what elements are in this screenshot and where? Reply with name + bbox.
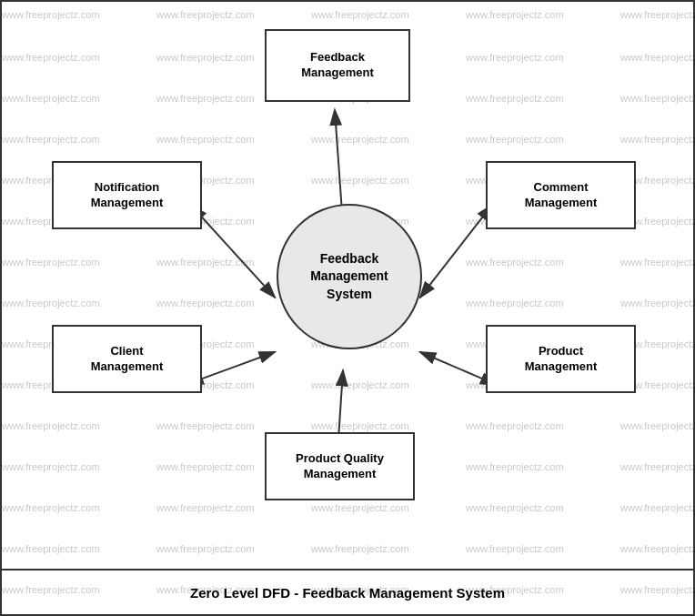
product-management-box: Product Management <box>486 325 636 393</box>
comment-management-box: Comment Management <box>486 161 636 229</box>
watermark: www.freeprojectz.com <box>466 9 564 20</box>
watermark: www.freeprojectz.com <box>156 93 255 104</box>
feedback-management-box: Feedback Management <box>265 29 410 102</box>
watermark: www.freeprojectz.com <box>311 502 409 513</box>
feedback-management-label: Feedback Management <box>301 50 373 81</box>
watermark: www.freeprojectz.com <box>466 93 564 104</box>
watermark: www.freeprojectz.com <box>311 9 409 20</box>
watermark: www.freeprojectz.com <box>466 420 564 431</box>
watermark: www.freeprojectz.com <box>620 543 693 554</box>
watermark: www.freeprojectz.com <box>2 257 100 268</box>
watermark: www.freeprojectz.com <box>311 420 409 431</box>
footer-text: Zero Level DFD - Feedback Management Sys… <box>190 585 505 601</box>
watermark: www.freeprojectz.com <box>466 257 564 268</box>
comment-management-label: Comment Management <box>525 180 597 211</box>
watermark: www.freeprojectz.com <box>311 379 409 390</box>
watermark: www.freeprojectz.com <box>156 52 255 63</box>
watermark: www.freeprojectz.com <box>2 134 100 145</box>
watermark: www.freeprojectz.com <box>466 543 564 554</box>
watermark: www.freeprojectz.com <box>156 420 255 431</box>
watermark: www.freeprojectz.com <box>620 298 693 308</box>
main-container: www.freeprojectz.com www.freeprojectz.co… <box>0 0 695 616</box>
watermark: www.freeprojectz.com <box>156 9 255 20</box>
watermark: www.freeprojectz.com <box>311 175 409 186</box>
watermark: www.freeprojectz.com <box>620 502 693 513</box>
watermark: www.freeprojectz.com <box>2 502 100 513</box>
watermark: www.freeprojectz.com <box>2 420 100 431</box>
watermark: www.freeprojectz.com <box>2 298 100 308</box>
watermark: www.freeprojectz.com <box>2 461 100 472</box>
svg-line-5 <box>201 352 276 379</box>
svg-line-4 <box>420 217 484 298</box>
product-management-label: Product Management <box>525 344 597 375</box>
watermark: www.freeprojectz.com <box>311 134 409 145</box>
footer-label: Zero Level DFD - Feedback Management Sys… <box>2 569 693 614</box>
notification-management-box: Notification Management <box>52 161 202 229</box>
watermark: www.freeprojectz.com <box>156 298 255 308</box>
center-circle: FeedbackManagementSystem <box>277 204 422 349</box>
watermark: www.freeprojectz.com <box>620 420 693 431</box>
watermark: www.freeprojectz.com <box>466 461 564 472</box>
watermark: www.freeprojectz.com <box>156 134 255 145</box>
watermark: www.freeprojectz.com <box>156 257 255 268</box>
watermark: www.freeprojectz.com <box>156 543 255 554</box>
watermark: www.freeprojectz.com <box>156 502 255 513</box>
watermark: www.freeprojectz.com <box>156 461 255 472</box>
watermark: www.freeprojectz.com <box>2 9 100 20</box>
watermark: www.freeprojectz.com <box>620 52 693 63</box>
product-quality-management-box: Product Quality Management <box>265 432 415 500</box>
svg-line-6 <box>420 352 484 379</box>
watermark: www.freeprojectz.com <box>2 52 100 63</box>
watermark: www.freeprojectz.com <box>2 543 100 554</box>
watermark: www.freeprojectz.com <box>620 93 693 104</box>
client-management-box: Client Management <box>52 325 202 393</box>
center-circle-text: FeedbackManagementSystem <box>310 250 388 304</box>
notification-management-label: Notification Management <box>91 180 163 211</box>
watermark: www.freeprojectz.com <box>311 543 409 554</box>
watermark: www.freeprojectz.com <box>2 93 100 104</box>
watermark: www.freeprojectz.com <box>620 9 693 20</box>
svg-line-3 <box>201 217 276 298</box>
watermark: www.freeprojectz.com <box>466 298 564 308</box>
client-management-label: Client Management <box>91 344 163 375</box>
watermark: www.freeprojectz.com <box>620 461 693 472</box>
product-quality-management-label: Product Quality Management <box>296 451 384 482</box>
watermark: www.freeprojectz.com <box>466 52 564 63</box>
watermark: www.freeprojectz.com <box>620 257 693 268</box>
watermark: www.freeprojectz.com <box>466 134 564 145</box>
watermark: www.freeprojectz.com <box>466 502 564 513</box>
watermark: www.freeprojectz.com <box>620 134 693 145</box>
